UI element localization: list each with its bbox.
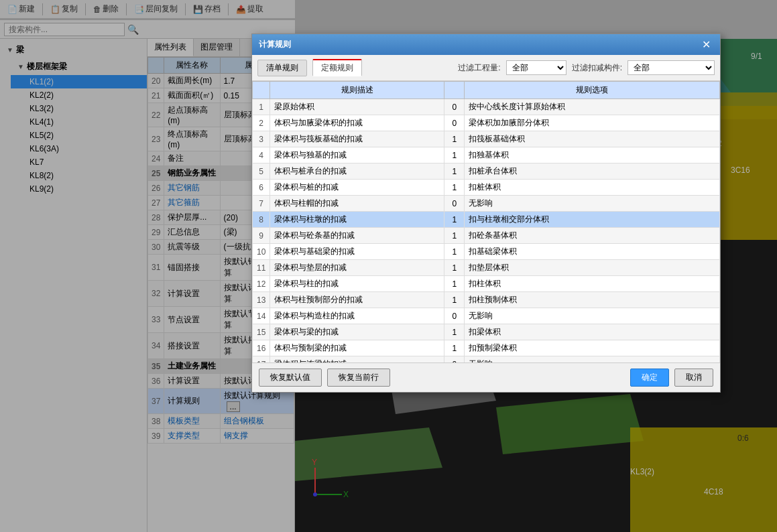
rule-row-num: 14: [253, 308, 270, 324]
rule-row[interactable]: 16体积与预制梁的扣减1扣预制梁体积: [253, 340, 720, 356]
rule-row-num: 9: [253, 228, 270, 244]
cancel-button[interactable]: 取消: [674, 369, 713, 387]
rule-row-num: 3: [253, 131, 270, 147]
rule-row-option: 扣桩体积: [465, 180, 720, 196]
rules-table: 规则描述 规则选项 1梁原始体积0按中心线长度计算原始体积2体积与加腋梁体积的扣…: [252, 81, 720, 362]
rule-row-val: 1: [444, 244, 465, 260]
rule-row-option: 扣与柱墩相交部分体积: [465, 212, 720, 228]
rule-row-option: 扣基础梁体积: [465, 244, 720, 260]
rule-row[interactable]: 17梁体积与连梁的扣减0无影响: [253, 356, 720, 363]
rule-row-option: 扣柱预制体积: [465, 292, 720, 308]
filter-quantity-select[interactable]: 全部: [506, 60, 566, 75]
rule-row-num: 17: [253, 356, 270, 363]
rule-row-val: 1: [444, 212, 465, 228]
rule-row-num: 12: [253, 276, 270, 292]
rule-row-desc: 梁体积与独基的扣减: [270, 147, 444, 163]
rule-row[interactable]: 7体积与柱帽的扣减0无影响: [253, 196, 720, 212]
rule-row-val: 1: [444, 228, 465, 244]
rule-row-val: 1: [444, 131, 465, 147]
rule-row[interactable]: 15梁体积与梁的扣减1扣梁体积: [253, 324, 720, 340]
rule-row-num: 5: [253, 163, 270, 180]
rule-row-desc: 梁体积与连梁的扣减: [270, 356, 444, 363]
rule-row-desc: 梁体积与砼条基的扣减: [270, 228, 444, 244]
rule-row-num: 7: [253, 196, 270, 212]
rule-row-val: 1: [444, 292, 465, 308]
calculation-rules-dialog: 计算规则 ✕ 清单规则 定额规则 过滤工程量: 全部 过滤扣减构件: 全部 规则…: [251, 34, 721, 393]
rule-row-val: 1: [444, 147, 465, 163]
rule-row[interactable]: 12梁体积与柱的扣减1扣柱体积: [253, 276, 720, 292]
tab-list-rules[interactable]: 清单规则: [257, 60, 307, 76]
rule-row-val: 0: [444, 196, 465, 212]
rule-row-num: 8: [253, 212, 270, 228]
dialog-title: 计算规则: [259, 39, 291, 50]
rule-row-desc: 梁体积与梁的扣减: [270, 324, 444, 340]
rule-row-val: 1: [444, 163, 465, 180]
dialog-toolbar: 清单规则 定额规则 过滤工程量: 全部 过滤扣减构件: 全部: [252, 55, 720, 81]
rule-row[interactable]: 4梁体积与独基的扣减1扣独基体积: [253, 147, 720, 163]
rule-row-desc: 梁体积与构造柱的扣减: [270, 308, 444, 324]
confirm-button[interactable]: 确定: [630, 369, 669, 387]
rule-row-desc: 体积与桩承台的扣减: [270, 163, 444, 180]
rule-row-val: 1: [444, 260, 465, 276]
rule-row[interactable]: 9梁体积与砼条基的扣减1扣砼条基体积: [253, 228, 720, 244]
rule-row-val: 1: [444, 340, 465, 356]
rule-row-desc: 梁体积与基础梁的扣减: [270, 244, 444, 260]
rule-row-option: 扣垫层体积: [465, 260, 720, 276]
rule-row-option: 扣梁体积: [465, 324, 720, 340]
rule-row[interactable]: 13体积与柱预制部分的扣减1扣柱预制体积: [253, 292, 720, 308]
rule-row[interactable]: 10梁体积与基础梁的扣减1扣基础梁体积: [253, 244, 720, 260]
restore-defaults-button[interactable]: 恢复默认值: [259, 369, 322, 387]
rule-row-val: 0: [444, 99, 465, 115]
rule-row-desc: 梁体积与筏板基础的扣减: [270, 131, 444, 147]
rule-row-val: 0: [444, 356, 465, 363]
rule-row[interactable]: 6梁体积与桩的扣减1扣桩体积: [253, 180, 720, 196]
rule-row-val: 1: [444, 180, 465, 196]
rules-table-header-row: 规则描述 规则选项: [253, 82, 720, 99]
filter-deduct-select[interactable]: 全部: [627, 60, 715, 75]
rule-row-num: 13: [253, 292, 270, 308]
rule-row-num: 4: [253, 147, 270, 163]
rule-row-option: 扣独基体积: [465, 147, 720, 163]
filter-deduct-label: 过滤扣减构件:: [572, 62, 622, 74]
rules-tbody: 1梁原始体积0按中心线长度计算原始体积2体积与加腋梁体积的扣减0梁体积加加腋部分…: [253, 99, 720, 363]
rule-row-desc: 体积与柱预制部分的扣减: [270, 292, 444, 308]
rule-row-option: 扣砼条基体积: [465, 228, 720, 244]
dialog-footer: 恢复默认值 恢复当前行 确定 取消: [252, 362, 720, 392]
rule-row-option: 扣柱体积: [465, 276, 720, 292]
dialog-titlebar: 计算规则 ✕: [252, 34, 720, 55]
rule-row-option: 扣预制梁体积: [465, 340, 720, 356]
rule-row-val: 0: [444, 308, 465, 324]
rule-row-desc: 体积与预制梁的扣减: [270, 340, 444, 356]
rule-row[interactable]: 3梁体积与筏板基础的扣减1扣筏板基础体积: [253, 131, 720, 147]
rule-row-desc: 梁原始体积: [270, 99, 444, 115]
rule-row[interactable]: 1梁原始体积0按中心线长度计算原始体积: [253, 99, 720, 115]
rule-row-num: 16: [253, 340, 270, 356]
dialog-content: 规则描述 规则选项 1梁原始体积0按中心线长度计算原始体积2体积与加腋梁体积的扣…: [252, 81, 720, 362]
rule-row[interactable]: 5体积与桩承台的扣减1扣桩承台体积: [253, 163, 720, 180]
rule-row-option: 扣筏板基础体积: [465, 131, 720, 147]
rule-row-option: 扣桩承台体积: [465, 163, 720, 180]
rules-table-scroll[interactable]: 规则描述 规则选项 1梁原始体积0按中心线长度计算原始体积2体积与加腋梁体积的扣…: [252, 81, 720, 362]
rule-row-num: 2: [253, 115, 270, 131]
rule-row-desc: 体积与柱帽的扣减: [270, 196, 444, 212]
rule-row-desc: 梁体积与垫层的扣减: [270, 260, 444, 276]
rule-row-num: 10: [253, 244, 270, 260]
rule-row[interactable]: 8梁体积与柱墩的扣减1扣与柱墩相交部分体积: [253, 212, 720, 228]
tab-quota-rules[interactable]: 定额规则: [312, 59, 362, 76]
filter-quantity-label: 过滤工程量:: [458, 62, 500, 74]
rule-row-val: 0: [444, 115, 465, 131]
rule-row[interactable]: 14梁体积与构造柱的扣减0无影响: [253, 308, 720, 324]
rule-row-val: 1: [444, 324, 465, 340]
rule-row-option: 无影响: [465, 196, 720, 212]
rule-row-num: 1: [253, 99, 270, 115]
rule-row[interactable]: 11梁体积与垫层的扣减1扣垫层体积: [253, 260, 720, 276]
restore-current-row-button[interactable]: 恢复当前行: [327, 369, 390, 387]
rule-row-num: 11: [253, 260, 270, 276]
col-rule-header: 规则选项: [465, 82, 720, 99]
rule-row-val: 1: [444, 276, 465, 292]
close-button[interactable]: ✕: [699, 38, 713, 51]
rule-row-num: 6: [253, 180, 270, 196]
col-num-header: [253, 82, 270, 99]
rule-row[interactable]: 2体积与加腋梁体积的扣减0梁体积加加腋部分体积: [253, 115, 720, 131]
rule-row-option: 无影响: [465, 308, 720, 324]
